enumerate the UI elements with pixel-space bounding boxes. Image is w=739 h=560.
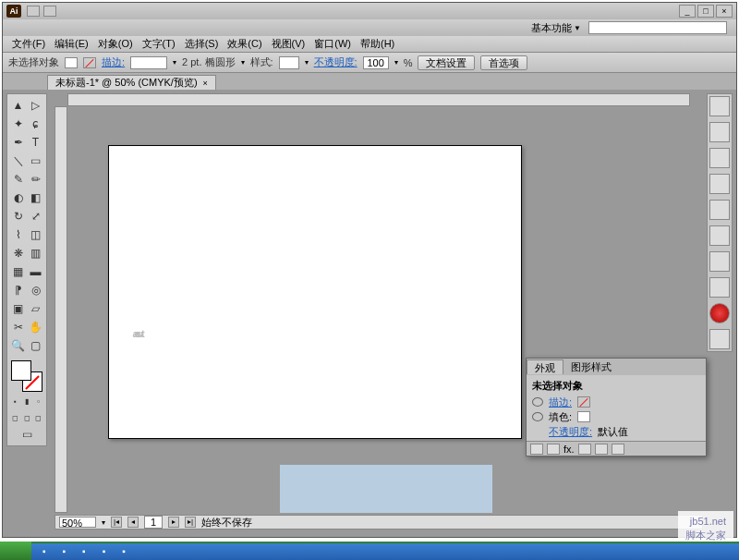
stroke-link[interactable]: 描边: bbox=[102, 55, 125, 69]
eyedropper-tool[interactable]: ⁋ bbox=[9, 281, 27, 299]
rectangle-tool[interactable]: ▭ bbox=[27, 152, 44, 170]
close-tab-icon[interactable]: × bbox=[203, 79, 208, 88]
start-button[interactable] bbox=[0, 542, 31, 560]
blob-brush-tool[interactable]: ◐ bbox=[9, 189, 27, 207]
eraser-tool[interactable]: ◧ bbox=[27, 189, 44, 207]
stroke-panel-icon[interactable] bbox=[709, 148, 730, 168]
chevron-down-icon[interactable]: ▾ bbox=[102, 518, 105, 527]
taskbar-item[interactable]: ▪ bbox=[37, 542, 52, 560]
next-artboard-button[interactable]: ▸ bbox=[168, 517, 179, 528]
layers-panel-icon[interactable] bbox=[709, 277, 730, 298]
rotate-tool[interactable]: ↻ bbox=[9, 207, 27, 225]
magic-wand-tool[interactable]: ✦ bbox=[9, 115, 27, 133]
paintbrush-tool[interactable]: ✎ bbox=[9, 170, 27, 189]
menu-help[interactable]: 帮助(H) bbox=[357, 37, 398, 51]
blend-tool[interactable]: ◎ bbox=[27, 281, 44, 299]
delete-icon[interactable] bbox=[612, 444, 624, 455]
taskbar-item[interactable]: ▪ bbox=[57, 542, 72, 560]
stroke-weight[interactable]: 2 pt. 椭圆形 bbox=[182, 55, 235, 69]
graph-tool[interactable]: ▥ bbox=[27, 244, 44, 262]
transparency-panel-icon[interactable] bbox=[709, 251, 730, 272]
appearance-fill-row[interactable]: 填色: bbox=[528, 409, 704, 424]
mesh-tool[interactable]: ▦ bbox=[9, 262, 27, 281]
stroke-label[interactable]: 描边: bbox=[549, 396, 572, 409]
maximize-button[interactable]: □ bbox=[697, 5, 714, 18]
appearance-stroke-row[interactable]: 描边: bbox=[528, 395, 704, 409]
new-fill-icon[interactable] bbox=[530, 444, 543, 455]
draw-inside[interactable]: ◻ bbox=[32, 410, 44, 425]
taskbar-item[interactable]: ▪ bbox=[77, 542, 91, 560]
hand-tool[interactable]: ✋ bbox=[27, 318, 44, 336]
swatches-panel-icon[interactable] bbox=[709, 122, 730, 142]
stroke-value-swatch[interactable] bbox=[577, 396, 590, 408]
duplicate-icon[interactable] bbox=[595, 444, 608, 455]
new-stroke-icon[interactable] bbox=[547, 444, 560, 455]
gradient-tool[interactable]: ▬ bbox=[27, 262, 44, 281]
gradient-panel-icon[interactable] bbox=[709, 225, 730, 246]
menu-type[interactable]: 文字(T) bbox=[139, 37, 179, 51]
visibility-icon[interactable] bbox=[532, 412, 543, 421]
color-mode[interactable]: ▪ bbox=[9, 394, 21, 408]
opacity-input[interactable]: 100 bbox=[363, 56, 389, 69]
zoom-input[interactable]: 50% bbox=[59, 517, 96, 528]
style-drop[interactable] bbox=[279, 56, 299, 69]
crop-tool[interactable]: ▱ bbox=[27, 299, 44, 318]
fill-stroke-swatches[interactable] bbox=[9, 359, 46, 392]
pen-tool[interactable]: ✒ bbox=[9, 133, 27, 152]
fill-swatch[interactable] bbox=[65, 57, 78, 68]
menu-select[interactable]: 选择(S) bbox=[181, 37, 223, 51]
free-transform-tool[interactable]: ◫ bbox=[27, 225, 44, 244]
stroke-color-drop[interactable] bbox=[130, 56, 167, 69]
warp-tool[interactable]: ⌇ bbox=[9, 225, 27, 244]
taskbar-item[interactable]: ▪ bbox=[116, 542, 131, 560]
graphic-styles-panel-icon[interactable] bbox=[709, 329, 730, 349]
document-tab[interactable]: 未标题-1* @ 50% (CMYK/预览) × bbox=[47, 75, 216, 90]
bridge-icon[interactable] bbox=[27, 6, 40, 17]
menu-edit[interactable]: 编辑(E) bbox=[51, 37, 92, 51]
tab-appearance[interactable]: 外观 bbox=[527, 359, 563, 374]
fx-label[interactable]: fx. bbox=[563, 444, 575, 455]
opacity-label[interactable]: 不透明度: bbox=[549, 425, 592, 439]
screen-mode[interactable]: ▭ bbox=[9, 425, 44, 444]
taskbar-item[interactable]: ▪ bbox=[97, 542, 112, 560]
lasso-tool[interactable]: ɕ bbox=[27, 115, 44, 133]
draw-behind[interactable]: ◻ bbox=[21, 410, 33, 425]
slice-tool[interactable]: ✂ bbox=[9, 318, 27, 336]
menu-file[interactable]: 文件(F) bbox=[8, 37, 49, 51]
arrange-icon[interactable] bbox=[43, 6, 56, 17]
artboard-tool[interactable]: ▢ bbox=[27, 336, 44, 355]
fill-value-swatch[interactable] bbox=[577, 411, 590, 422]
opacity-link[interactable]: 不透明度: bbox=[314, 55, 357, 69]
prev-artboard-button[interactable]: ◂ bbox=[127, 517, 139, 528]
gradient-mode[interactable]: ▮ bbox=[21, 394, 33, 408]
fill-swatch-large[interactable] bbox=[11, 360, 31, 381]
line-tool[interactable]: ＼ bbox=[9, 152, 27, 170]
scale-tool[interactable]: ⤢ bbox=[27, 207, 44, 225]
appearance-panel-icon[interactable] bbox=[709, 303, 730, 323]
first-artboard-button[interactable]: |◂ bbox=[111, 517, 122, 528]
draw-normal[interactable]: ◻ bbox=[9, 410, 21, 425]
brushes-panel-icon[interactable] bbox=[709, 174, 730, 194]
zoom-tool[interactable]: 🔍 bbox=[9, 336, 27, 355]
appearance-opacity-row[interactable]: 不透明度: 默认值 bbox=[528, 424, 704, 439]
direct-select-tool[interactable]: ▷ bbox=[27, 96, 44, 115]
menu-view[interactable]: 视图(V) bbox=[268, 37, 309, 51]
live-paint-tool[interactable]: ▣ bbox=[9, 299, 27, 318]
last-artboard-button[interactable]: ▸| bbox=[185, 517, 196, 528]
symbols-panel-icon[interactable] bbox=[709, 200, 730, 220]
menu-effect[interactable]: 效果(C) bbox=[224, 37, 265, 51]
doc-setup-button[interactable]: 文档设置 bbox=[418, 55, 475, 70]
none-mode[interactable]: ▫ bbox=[32, 394, 44, 408]
type-tool[interactable]: T bbox=[27, 133, 44, 152]
close-button[interactable]: × bbox=[716, 5, 733, 18]
clear-icon[interactable] bbox=[578, 444, 591, 455]
symbol-sprayer-tool[interactable]: ❋ bbox=[9, 244, 27, 262]
search-input[interactable] bbox=[588, 21, 727, 34]
color-panel-icon[interactable] bbox=[709, 96, 730, 116]
menu-window[interactable]: 窗口(W) bbox=[310, 37, 355, 51]
preferences-button[interactable]: 首选项 bbox=[480, 55, 527, 70]
menu-object[interactable]: 对象(O) bbox=[94, 37, 137, 51]
workspace-selector[interactable]: 基本功能 ▼ bbox=[531, 21, 581, 35]
tab-graphic-styles[interactable]: 图形样式 bbox=[563, 359, 619, 374]
visibility-icon[interactable] bbox=[532, 397, 543, 407]
